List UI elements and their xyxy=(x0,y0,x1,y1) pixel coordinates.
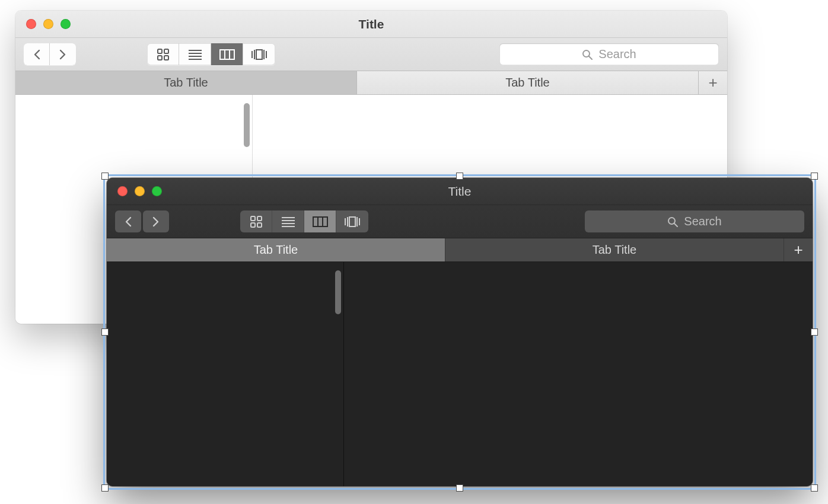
nav-segment-light xyxy=(24,43,76,65)
view-segment-dark xyxy=(240,210,368,232)
view-segment-light xyxy=(147,43,275,65)
scrollbar-thumb-light[interactable] xyxy=(244,103,250,147)
column-2-dark[interactable] xyxy=(344,262,813,486)
traffic-lights-dark xyxy=(107,186,162,196)
chevron-right-icon xyxy=(152,216,160,227)
svg-rect-19 xyxy=(257,216,262,221)
icon-view-button[interactable] xyxy=(240,210,272,232)
nav-segment-dark xyxy=(115,210,169,232)
gallery-view-icon xyxy=(251,49,267,60)
icon-view-icon xyxy=(157,48,170,61)
back-button[interactable] xyxy=(24,43,50,65)
svg-rect-1 xyxy=(164,49,168,53)
list-view-icon xyxy=(188,49,202,60)
close-button[interactable] xyxy=(117,186,128,196)
gallery-view-button[interactable] xyxy=(336,210,368,232)
column-view-button[interactable] xyxy=(211,43,243,65)
svg-line-35 xyxy=(674,224,677,227)
chevron-left-icon xyxy=(124,216,132,227)
search-icon xyxy=(667,216,678,227)
window-title-dark: Title xyxy=(107,184,813,199)
tab-label: Tab Title xyxy=(593,243,636,257)
new-tab-button-dark[interactable]: + xyxy=(784,238,813,261)
search-field-dark[interactable]: Search xyxy=(585,210,804,232)
icon-view-button[interactable] xyxy=(147,43,179,65)
column-1-dark[interactable] xyxy=(107,262,344,486)
tab-label: Tab Title xyxy=(505,76,549,90)
plus-icon: + xyxy=(708,74,717,92)
svg-rect-20 xyxy=(251,223,255,227)
resize-handle-bottom-left[interactable] xyxy=(101,484,109,492)
window-title-light: Title xyxy=(15,17,727,31)
column-view-button[interactable] xyxy=(304,210,336,232)
tab-2-dark[interactable]: Tab Title xyxy=(445,238,784,261)
forward-button[interactable] xyxy=(50,43,76,65)
scrollbar-thumb-dark[interactable] xyxy=(335,270,341,314)
list-view-button[interactable] xyxy=(272,210,304,232)
minimize-button[interactable] xyxy=(135,186,145,196)
svg-rect-3 xyxy=(164,56,168,60)
forward-button[interactable] xyxy=(143,210,169,232)
toolbar-dark: Search xyxy=(107,205,813,238)
search-icon xyxy=(582,49,593,60)
zoom-button[interactable] xyxy=(152,186,162,196)
new-tab-button-light[interactable]: + xyxy=(699,71,727,94)
back-button[interactable] xyxy=(115,210,141,232)
icon-view-icon xyxy=(250,215,263,228)
column-view-icon xyxy=(313,216,328,227)
tab-label: Tab Title xyxy=(254,243,298,257)
chevron-right-icon xyxy=(59,49,67,60)
tabbar-dark: Tab Title Tab Title + xyxy=(107,238,813,262)
zoom-button[interactable] xyxy=(60,19,71,29)
svg-rect-31 xyxy=(349,217,355,227)
resize-handle-bottom-right[interactable] xyxy=(811,484,818,492)
tab-2-light[interactable]: Tab Title xyxy=(357,71,699,94)
gallery-view-icon xyxy=(344,216,361,227)
search-placeholder: Search xyxy=(598,47,636,61)
svg-rect-21 xyxy=(257,223,262,227)
titlebar-light[interactable]: Title xyxy=(15,11,727,38)
finder-window-dark: Title xyxy=(107,178,813,486)
column-view-icon xyxy=(219,49,235,60)
content-dark xyxy=(107,262,813,486)
gallery-view-button[interactable] xyxy=(243,43,275,65)
list-view-button[interactable] xyxy=(179,43,211,65)
tab-1-light[interactable]: Tab Title xyxy=(15,71,357,94)
plus-icon: + xyxy=(794,241,802,259)
tab-1-dark[interactable]: Tab Title xyxy=(107,238,445,261)
list-view-icon xyxy=(281,216,295,227)
titlebar-dark[interactable]: Title xyxy=(107,178,813,205)
close-button[interactable] xyxy=(26,19,36,29)
search-field-light[interactable]: Search xyxy=(499,43,719,65)
svg-rect-26 xyxy=(313,217,327,227)
tabbar-light: Tab Title Tab Title + xyxy=(15,71,727,95)
search-placeholder: Search xyxy=(684,215,721,228)
tab-label: Tab Title xyxy=(164,76,208,90)
chevron-left-icon xyxy=(33,49,41,60)
traffic-lights-light xyxy=(15,19,71,29)
svg-rect-0 xyxy=(158,49,162,53)
svg-rect-8 xyxy=(220,50,234,59)
svg-rect-13 xyxy=(256,50,262,59)
svg-rect-18 xyxy=(251,216,255,221)
toolbar-light: Search xyxy=(15,38,727,71)
svg-line-17 xyxy=(589,56,592,59)
svg-rect-2 xyxy=(158,56,162,60)
minimize-button[interactable] xyxy=(43,19,53,29)
resize-handle-top-right[interactable] xyxy=(811,173,818,180)
